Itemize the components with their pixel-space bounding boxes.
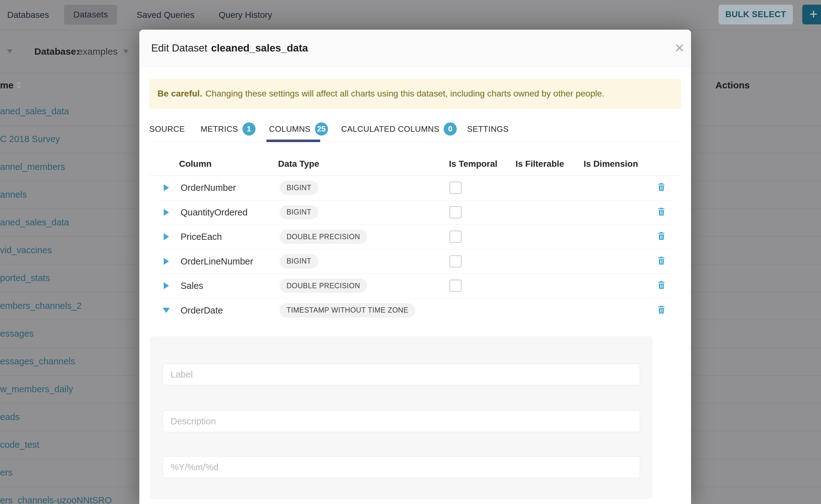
column-name: OrderDate <box>180 305 223 315</box>
data-type-pill: DOUBLE PRECISION <box>279 230 367 244</box>
tab-label: METRICS <box>200 124 238 134</box>
dataset-link[interactable]: w_members_daily <box>0 375 73 403</box>
column-row: OrderLineNumberBIGINT <box>139 249 691 274</box>
expand-caret-icon[interactable] <box>164 184 169 191</box>
data-type-pill: BIGINT <box>279 205 318 220</box>
bulk-select-button[interactable]: BULK SELECT <box>719 5 793 24</box>
is-dimension-header: Is Dimension <box>584 156 638 172</box>
dataset-link[interactable]: vid_vaccines <box>0 236 52 264</box>
is-temporal-checkbox[interactable] <box>449 181 462 194</box>
delete-column-icon[interactable] <box>656 231 667 243</box>
tabs-divider <box>149 141 681 142</box>
is-filterable-header: Is Filterable <box>516 156 564 172</box>
column-header: Column <box>179 156 211 172</box>
add-dataset-button[interactable]: + <box>802 5 821 24</box>
column-name: OrderLineNumber <box>180 256 253 266</box>
column-name: PriceEach <box>180 232 222 242</box>
is-temporal-header: Is Temporal <box>449 156 497 172</box>
column-row: QuantityOrderedBIGINT <box>139 200 691 225</box>
sort-icon[interactable] <box>16 81 21 89</box>
close-icon[interactable]: ✕ <box>668 30 691 66</box>
is-temporal-checkbox[interactable] <box>449 230 462 243</box>
dataset-link[interactable]: C 2018 Survey <box>0 125 60 153</box>
chevron-down-icon <box>123 50 129 53</box>
label-input[interactable] <box>163 363 640 385</box>
tab-label: COLUMNS <box>269 124 310 134</box>
modal-header: Edit Dataset cleaned_sales_data ✕ <box>139 30 691 67</box>
dataset-link[interactable]: essages_channels <box>0 348 75 375</box>
chevron-down-icon[interactable] <box>7 49 12 53</box>
dataset-link[interactable]: aned_sales_data <box>0 97 69 125</box>
database-filter-select[interactable]: examples <box>77 30 129 73</box>
data-type-header: Data Type <box>278 156 319 172</box>
tab-count-badge: 25 <box>315 122 328 136</box>
tab-label: SETTINGS <box>467 124 509 134</box>
dataset-link[interactable]: aned_sales_data <box>0 209 69 236</box>
top-navbar: DatabasesDatasetsSaved QueriesQuery Hist… <box>0 0 821 30</box>
data-type-pill: DOUBLE PRECISION <box>279 279 367 293</box>
delete-column-icon[interactable] <box>656 182 667 194</box>
tab-metrics[interactable]: METRICS1 <box>200 121 255 137</box>
column-row: OrderNumberBIGINT <box>139 175 691 200</box>
modal-title: Edit Dataset cleaned_sales_data <box>151 30 308 66</box>
dataset-link[interactable]: annel_members <box>0 153 65 181</box>
column-name: OrderNumber <box>180 183 236 193</box>
actions-column-header: Actions <box>715 73 750 97</box>
columns-table-header: Column Data Type Is Temporal Is Filterab… <box>139 156 691 172</box>
column-detail-panel: LABELDESCRIPTIONDATETIME FORMATi <box>150 337 652 499</box>
dataset-link[interactable]: ers <box>0 459 12 487</box>
warning-banner: Be careful. Changing these settings will… <box>149 79 681 109</box>
data-type-pill: BIGINT <box>279 254 318 269</box>
data-type-pill: TIMESTAMP WITHOUT TIME ZONE <box>279 303 415 318</box>
column-row: OrderDateTIMESTAMP WITHOUT TIME ZONE <box>139 298 691 323</box>
modal-title-prefix: Edit Dataset <box>151 42 207 54</box>
tab-settings[interactable]: SETTINGS <box>467 121 509 137</box>
tab-calculated-columns[interactable]: CALCULATED COLUMNS0 <box>341 121 457 137</box>
dataset-link[interactable]: essages <box>0 320 34 348</box>
delete-column-icon[interactable] <box>656 304 667 316</box>
column-row: SalesDOUBLE PRECISION <box>139 274 691 298</box>
name-column-header[interactable]: me <box>0 73 13 97</box>
database-filter-value: examples <box>77 46 117 57</box>
is-temporal-checkbox[interactable] <box>449 206 462 219</box>
warning-text: Changing these settings will affect all … <box>205 89 604 99</box>
nav-item-saved-queries[interactable]: Saved Queries <box>136 0 194 30</box>
data-type-pill: BIGINT <box>279 180 318 195</box>
description-input[interactable] <box>163 410 640 432</box>
tab-label: CALCULATED COLUMNS <box>341 124 439 134</box>
nav-item-databases[interactable]: Databases <box>7 0 49 30</box>
database-filter-label: Database: <box>34 30 79 73</box>
expand-caret-icon[interactable] <box>164 282 169 289</box>
dataset-link[interactable]: annels <box>0 181 27 209</box>
warning-bold: Be careful. <box>157 89 202 99</box>
is-temporal-checkbox[interactable] <box>449 279 462 292</box>
tab-count-badge: 1 <box>242 122 255 136</box>
datasets-page: DatabasesDatasetsSaved QueriesQuery Hist… <box>0 0 821 504</box>
column-row: PriceEachDOUBLE PRECISION <box>139 225 691 249</box>
modal-dataset-name: cleaned_sales_data <box>211 42 308 54</box>
dataset-link[interactable]: eads <box>0 403 20 431</box>
delete-column-icon[interactable] <box>656 255 667 267</box>
dataset-link[interactable]: embers_channels_2 <box>0 292 82 320</box>
tab-source[interactable]: SOURCE <box>149 121 185 137</box>
dataset-link[interactable]: ers_channels-uzooNNtSRO <box>0 487 112 504</box>
datetime-format-input[interactable] <box>163 456 640 478</box>
delete-column-icon[interactable] <box>656 280 667 292</box>
is-temporal-checkbox[interactable] <box>449 255 462 268</box>
expand-caret-icon[interactable] <box>164 233 169 240</box>
dataset-link[interactable]: code_test <box>0 431 39 459</box>
delete-column-icon[interactable] <box>656 206 667 218</box>
dataset-link[interactable]: ported_stats <box>0 264 50 292</box>
column-name: Sales <box>180 281 203 291</box>
column-name: QuantityOrdered <box>180 207 247 217</box>
active-tab-underline <box>266 140 320 142</box>
tab-columns[interactable]: COLUMNS25 <box>269 121 328 137</box>
nav-item-query-history[interactable]: Query History <box>219 0 272 30</box>
nav-item-datasets[interactable]: Datasets <box>64 5 117 25</box>
expand-caret-icon[interactable] <box>164 258 169 265</box>
expand-caret-icon[interactable] <box>164 209 169 216</box>
tab-label: SOURCE <box>149 124 185 134</box>
edit-dataset-modal: Edit Dataset cleaned_sales_data ✕ Be car… <box>139 30 691 504</box>
collapse-caret-icon[interactable] <box>163 308 170 313</box>
tab-count-badge: 0 <box>444 122 457 136</box>
